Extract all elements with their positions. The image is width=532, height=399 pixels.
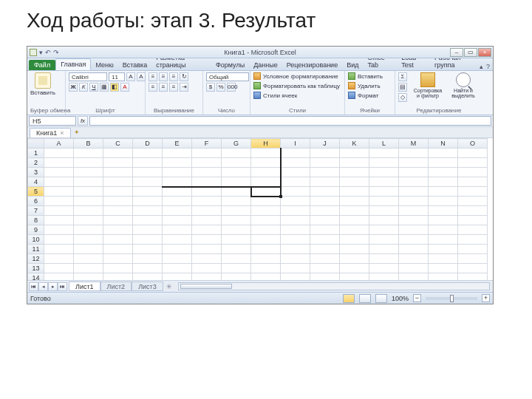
cell[interactable]: [369, 197, 399, 206]
new-workbook-button[interactable]: ✦: [71, 129, 83, 136]
fill-color-button[interactable]: ◧: [110, 83, 119, 92]
cell[interactable]: [44, 168, 74, 177]
cell[interactable]: [222, 206, 251, 216]
tab-data[interactable]: Данные: [249, 60, 282, 70]
cell[interactable]: [222, 225, 251, 235]
cell[interactable]: [163, 158, 192, 168]
conditional-format-button[interactable]: Условное форматирование: [253, 72, 340, 80]
cell[interactable]: [222, 177, 251, 187]
cell[interactable]: [133, 225, 163, 235]
zoom-in-button[interactable]: +: [482, 294, 490, 302]
format-as-table-button[interactable]: Форматировать как таблицу: [253, 82, 340, 89]
orientation-button[interactable]: ↻: [180, 72, 188, 81]
sheet-tab-1[interactable]: Лист1: [69, 282, 100, 291]
qat-save-icon[interactable]: ▾: [39, 49, 43, 56]
tab-insert[interactable]: Вставка: [118, 60, 151, 70]
paste-button[interactable]: Вставить: [30, 72, 55, 96]
sheet-tab-2[interactable]: Лист2: [100, 282, 132, 291]
view-layout-button[interactable]: [359, 294, 371, 303]
cell[interactable]: [399, 254, 429, 264]
cell[interactable]: [192, 149, 222, 158]
column-header[interactable]: L: [369, 139, 399, 149]
column-header[interactable]: H: [251, 139, 281, 149]
cell[interactable]: [163, 187, 192, 197]
comma-button[interactable]: 000: [227, 83, 236, 92]
cell[interactable]: [429, 273, 458, 281]
cell[interactable]: [222, 168, 251, 177]
cell[interactable]: [429, 235, 458, 245]
cell[interactable]: [74, 197, 103, 206]
row-header[interactable]: 2: [28, 158, 44, 168]
column-header[interactable]: J: [310, 139, 340, 149]
cell[interactable]: [222, 197, 251, 206]
tab-menu[interactable]: Меню: [91, 60, 117, 70]
cell[interactable]: [399, 158, 429, 168]
cell[interactable]: [103, 158, 133, 168]
cell[interactable]: [192, 177, 222, 187]
align-center-button[interactable]: ≡: [159, 83, 168, 92]
cell[interactable]: [251, 168, 281, 177]
cell[interactable]: [44, 177, 74, 187]
row-header[interactable]: 8: [28, 216, 44, 225]
cell[interactable]: [74, 168, 103, 177]
cell[interactable]: [103, 168, 133, 177]
row-header[interactable]: 9: [28, 225, 44, 235]
cell[interactable]: [133, 187, 163, 197]
cell[interactable]: [399, 264, 429, 273]
grow-font-button[interactable]: A: [126, 72, 135, 81]
column-header[interactable]: M: [399, 139, 429, 149]
cell[interactable]: [44, 216, 74, 225]
cell[interactable]: [429, 177, 458, 187]
cell[interactable]: [192, 273, 222, 281]
spreadsheet-grid[interactable]: ABCDEFGHIJKLMNO1234567891011121314: [27, 138, 493, 280]
cell[interactable]: [458, 254, 488, 264]
currency-button[interactable]: $: [206, 83, 215, 92]
cell[interactable]: [251, 264, 281, 273]
align-bot-button[interactable]: ≡: [169, 72, 178, 81]
indent-button[interactable]: ⇥: [180, 83, 188, 92]
cell[interactable]: [281, 225, 310, 235]
cell[interactable]: [133, 235, 163, 245]
cell[interactable]: [163, 216, 192, 225]
cell[interactable]: [222, 216, 251, 225]
qat-redo-icon[interactable]: ↷: [53, 49, 59, 56]
cell[interactable]: [369, 187, 399, 197]
cell[interactable]: [369, 264, 399, 273]
cell[interactable]: [458, 187, 488, 197]
column-header[interactable]: I: [281, 139, 310, 149]
cell[interactable]: [44, 235, 74, 245]
cell[interactable]: [369, 168, 399, 177]
cell[interactable]: [281, 254, 310, 264]
cell[interactable]: [163, 206, 192, 216]
column-header[interactable]: G: [222, 139, 251, 149]
view-normal-button[interactable]: [343, 294, 355, 303]
column-header[interactable]: D: [133, 139, 163, 149]
cell[interactable]: [429, 206, 458, 216]
cell[interactable]: [310, 197, 340, 206]
cell[interactable]: [103, 216, 133, 225]
cell[interactable]: [369, 254, 399, 264]
row-header[interactable]: 10: [28, 235, 44, 245]
cell[interactable]: [133, 216, 163, 225]
row-header[interactable]: 6: [28, 197, 44, 206]
cell[interactable]: [251, 206, 281, 216]
cell[interactable]: [399, 245, 429, 254]
cell[interactable]: [74, 216, 103, 225]
cell[interactable]: [192, 206, 222, 216]
column-header[interactable]: B: [74, 139, 103, 149]
font-color-button[interactable]: A: [120, 83, 129, 92]
cell[interactable]: [369, 177, 399, 187]
cell[interactable]: [340, 216, 369, 225]
percent-button[interactable]: %: [216, 83, 225, 92]
cell[interactable]: [192, 158, 222, 168]
ribbon-minimize-icon[interactable]: ▴: [480, 63, 483, 70]
cell[interactable]: [74, 177, 103, 187]
cell[interactable]: [399, 273, 429, 281]
cell[interactable]: [251, 245, 281, 254]
cell[interactable]: [133, 168, 163, 177]
cell[interactable]: [222, 264, 251, 273]
cell[interactable]: [192, 245, 222, 254]
cell[interactable]: [133, 254, 163, 264]
cell[interactable]: [44, 264, 74, 273]
cell[interactable]: [163, 177, 192, 187]
